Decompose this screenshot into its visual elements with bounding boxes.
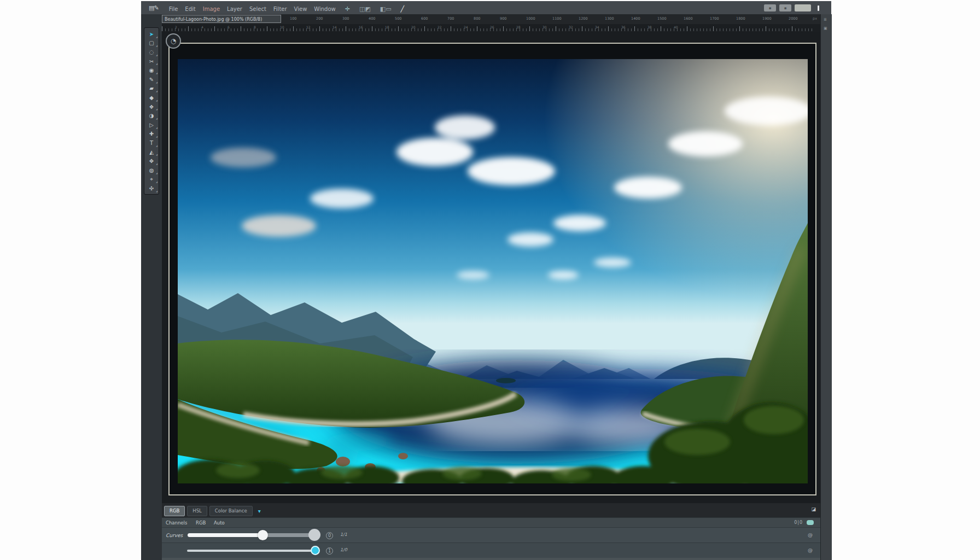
slider-row-curves: Curves 0 1/1 @ [162,527,820,542]
link-icon[interactable]: @ [808,532,813,538]
left-rail: ➤◢▢◢◌◢✂◢◉◢✎◢▰◢◆◢❖◢◑◢▷◢✚◢T◢◭◢✥◢◍◢⌖◢✣◢ [141,14,162,560]
menu-item-image[interactable]: Image [203,6,220,12]
ruler-tick-label: 8 [254,25,256,29]
smudge-tool[interactable]: ✥◢ [145,156,158,166]
eyedropper-tool[interactable]: ◉◢ [145,66,158,75]
sharpen-tool[interactable]: ✣◢ [145,184,158,193]
pen-tool-icon[interactable]: ╱ [401,5,405,13]
ruler-tick-label: 10 [280,25,284,29]
menu-item-file[interactable]: File [169,6,178,12]
canvas-rotate-badge[interactable]: ◔ [166,33,181,49]
zoom-tool[interactable]: ⌖◢ [145,175,158,184]
panel-button-channels[interactable]: Channels [166,520,187,526]
menu-item-window[interactable]: Window [314,6,335,12]
collapse-rail-icon[interactable]: ≣ [824,18,827,22]
tool-flyout-dot: ◢ [156,172,158,174]
reset-badge[interactable]: 0 [326,532,333,539]
window-edge-tick [818,5,819,11]
ruler-ticks: 246810121416182022242628303234363840 [141,24,820,32]
ruler-label: 1900 [762,16,772,21]
ruler-label: 2000 [789,16,798,21]
panel-tab-rgb[interactable]: RGB [164,506,185,516]
ruler-unit-label: px [813,16,817,21]
ruler-label: 300 [342,16,349,21]
menu-item-select[interactable]: Select [249,6,266,12]
ruler-tick-label: 36 [621,25,626,29]
ruler-label: 1200 [579,16,588,21]
ruler-tick-label: 24 [464,25,468,29]
ruler-label: 1000 [526,16,535,21]
color-swatch[interactable] [807,520,814,525]
marquee-tool[interactable]: ▢◢ [145,39,158,48]
ruler-label: 900 [500,16,506,21]
panel-tab-hsl[interactable]: HSL [187,506,207,516]
ruler-label: 800 [474,16,480,21]
crop-tool[interactable]: ✂◢ [145,57,158,66]
window-controls: ▪▪ [764,4,819,11]
menu-item-filter[interactable]: Filter [273,6,287,12]
tool-flyout-dot: ◢ [156,190,158,192]
rail-panel-icon[interactable]: ▣ [824,26,827,31]
shape-tool[interactable]: ◆◢ [145,93,158,102]
reset-badge[interactable]: 1 [326,547,333,555]
panel-toggle-2-button[interactable]: ▪ [779,4,791,11]
menu-toolbar-icons: ✛◫◩◧▭╱ [336,3,404,13]
crosshair-tool-icon[interactable]: ✛ [345,5,350,13]
text-tool[interactable]: T◢ [145,138,158,148]
ruler-tick-label: 38 [648,25,652,29]
ruler-tick-label: 32 [569,25,573,29]
ruler-tick-label: 18 [385,25,389,29]
slider-label: Curves [166,533,183,538]
right-rail: ≣ ▣ [820,14,832,560]
histogram-toggle[interactable]: 0|0 [794,520,803,525]
curves-slider-end-knob[interactable] [308,529,320,541]
ratio-badge: 1/1 [340,532,347,537]
panel-button-auto[interactable]: Auto [214,520,225,526]
tool-flyout-dot: ◢ [156,180,158,183]
ruler-tick-label: 16 [359,25,363,29]
ruler-tick-label: 26 [490,25,494,29]
panel-toggle-1-button[interactable]: ▪ [764,4,776,11]
saturation-slider-track[interactable] [187,550,315,552]
ruler-tick-label: 20 [411,25,416,29]
lagoon-photo[interactable] [178,59,808,483]
major-ticks [162,26,813,31]
link-icon[interactable]: @ [808,547,813,553]
ruler-label: 1100 [552,16,562,21]
align-panels-icon[interactable]: ◫◩ [359,5,371,13]
saturation-slider-knob[interactable] [311,546,320,555]
mask-tool[interactable]: ◭◢ [145,148,158,157]
document-tab[interactable]: Beautiful-Lagoon-Photo.jpg @ 100% (RGB/8… [162,15,281,23]
dodge-tool[interactable]: ◑◢ [145,111,158,120]
move-tool[interactable]: ➤◢ [145,30,158,39]
panel-toggle-3-button[interactable] [795,4,811,11]
gradient-tool[interactable]: ❖◢ [145,102,158,112]
menu-item-layer[interactable]: Layer [227,6,242,12]
tool-flyout-dot: ◢ [156,44,158,47]
panel-tab-color-balance[interactable]: Color Balance [209,506,253,516]
ruler-label: 700 [447,16,454,21]
lasso-tool[interactable]: ◌◢ [145,48,158,57]
transform-panels-icon[interactable]: ◧▭ [380,5,392,13]
brush-tool[interactable]: ✎◢ [145,75,158,84]
tab-dropdown-icon[interactable]: ▾ [258,508,261,514]
ruler-tick-label: 30 [542,25,547,29]
healing-tool[interactable]: ✚◢ [145,130,158,139]
pen-tool[interactable]: ▷◢ [145,120,158,130]
curves-slider-track[interactable] [188,533,314,537]
photo-editor-window: ▤✎ FileEditImageLayerSelectFilterViewWin… [0,0,980,560]
blur-tool[interactable]: ◍◢ [145,166,158,175]
menu-item-view[interactable]: View [294,6,307,12]
ruler-label: 1300 [605,16,614,21]
ruler-tick-label: 12 [306,25,311,29]
panel-button-rgb[interactable]: RGB [196,520,206,526]
clone-tool[interactable]: ▰◢ [145,84,158,94]
panel-tabstrip: RGBHSLColor Balance▾ ◪ [162,503,820,517]
menu-item-edit[interactable]: Edit [185,6,195,12]
panel-menu-icon[interactable]: ◪ [811,506,816,512]
tool-flyout-dot: ◢ [156,36,158,38]
ruler-tick-label: 28 [516,25,521,29]
curves-slider-knob[interactable] [258,530,268,540]
ruler-tick-label: 4 [201,25,203,29]
tool-palette: ➤◢▢◢◌◢✂◢◉◢✎◢▰◢◆◢❖◢◑◢▷◢✚◢T◢◭◢✥◢◍◢⌖◢✣◢ [144,27,159,195]
